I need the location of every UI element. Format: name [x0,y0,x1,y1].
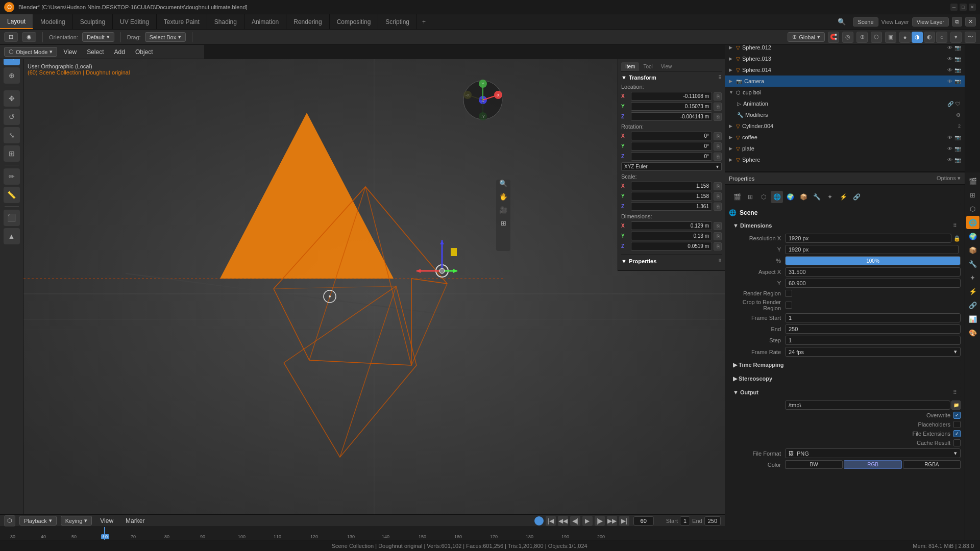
dim-z-input[interactable] [631,242,712,251]
object-mode-btn[interactable]: ⬡ Object Mode ▾ [4,47,57,57]
playback-dropdown[interactable]: Playback ▾ [19,516,57,525]
workspace-tab-texture-paint[interactable]: Texture Paint [157,14,207,29]
rotation-x-copy[interactable]: ⎘ [714,132,722,140]
view-layer-props-tab[interactable]: ⬡ [966,202,979,215]
scene-label-btn[interactable]: Scene [853,17,878,27]
outliner-item-camera[interactable]: ▶ 📷 Camera 👁 📷 [725,76,965,87]
rotate-tool-btn[interactable]: ↺ [4,109,20,125]
proportional-edit-btn[interactable]: ◎ [842,32,853,43]
scene-tab-icon[interactable]: 🌐 [771,191,783,203]
workspace-tab-uv-editing[interactable]: UV Editing [113,14,157,29]
jump-start-btn[interactable]: |◀ [546,516,556,526]
world-tab-icon[interactable]: 🌍 [784,191,796,203]
physics-props-tab[interactable]: ⚡ [966,285,979,298]
annotate-tool-btn[interactable]: ✏ [4,168,20,185]
output-tab-icon[interactable]: ⊞ [744,191,756,203]
dim-x-copy[interactable]: ⎘ [714,222,722,230]
output-props-tab[interactable]: ⊞ [966,188,979,202]
render-region-checkbox[interactable] [785,290,792,297]
constraint-props-tab[interactable]: 🔗 [966,298,979,312]
output-section-header[interactable]: ▼ Output ⠿ [729,387,961,397]
scale-x-input[interactable] [631,182,712,190]
output-folder-btn[interactable]: 📁 [951,400,961,410]
workspace-tab-layout[interactable]: Layout [0,14,33,29]
percent-bar[interactable]: 100% [785,256,961,265]
scale-z-copy[interactable]: ⎘ [714,203,722,211]
crop-render-region-checkbox[interactable] [785,302,792,309]
color-rgb-btn[interactable]: RGB [844,460,901,469]
frame-step-input[interactable] [785,336,961,345]
new-window-btn[interactable]: ⧉ [952,17,962,27]
rotation-z-input[interactable] [631,152,712,161]
resolution-y-input[interactable] [785,245,959,254]
sphere012-render[interactable]: 📷 [954,45,961,51]
workspace-tab-animation[interactable]: Animation [244,14,286,29]
outliner-item-plate[interactable]: ▶ ▽ plate 👁 📷 [725,143,965,154]
play-btn[interactable]: ▶ [582,516,593,526]
transform-tool-btn[interactable]: ⊞ [4,145,20,162]
cache-result-checkbox[interactable] [953,439,961,446]
rotation-z-copy[interactable]: ⎘ [714,153,722,161]
jump-end-btn[interactable]: ▶| [619,516,629,526]
outliner-item-modifiers[interactable]: 🔧 Modifiers ⚙ [725,109,965,120]
dim-y-input[interactable] [631,232,712,240]
solid-shading-btn[interactable]: ● [899,32,911,43]
drag-dropdown[interactable]: Select Box ▾ [145,32,186,42]
timeline-marker-menu[interactable]: Marker [121,516,149,525]
camera-vis[interactable]: 👁 [947,79,952,84]
move-tool-btn[interactable]: ✥ [4,90,20,107]
constraint-tab-icon[interactable]: 🔗 [850,191,863,203]
workspace-tab-shading[interactable]: Shading [207,14,244,29]
particle-tab-icon[interactable]: ✦ [824,191,836,203]
outliner-item-cylinder004[interactable]: ▶ ▽ Cylinder.004 2 [725,120,965,132]
workspace-tab-modeling[interactable]: Modeling [33,14,73,29]
rotation-y-copy[interactable]: ⎘ [714,142,722,151]
object-tab-icon[interactable]: 📦 [797,191,810,203]
editor-type-btn[interactable]: ⊞ [4,32,18,42]
workspace-tab-scripting[interactable]: Scripting [378,14,417,29]
material-props-tab[interactable]: 🎨 [966,326,979,339]
extra-shading-btn[interactable]: 〜 [965,32,976,43]
timeline-ruler[interactable]: 30 40 50 60 70 80 90 100 110 120 130 140… [0,527,725,540]
view-tab[interactable]: View [657,62,676,71]
stereoscopy-header[interactable]: ▶ Stereoscopy [729,373,961,384]
snap-btn[interactable]: 🧲 [828,32,839,43]
rendered-shading-btn[interactable]: ○ [936,32,947,43]
location-y-copy[interactable]: ⎘ [714,103,722,111]
view-btn[interactable]: ◉ [22,32,36,42]
workspace-tab-rendering[interactable]: Rendering [286,14,329,29]
add-shading-btn[interactable]: ▾ [950,32,962,43]
particles-props-tab[interactable]: ✦ [966,271,979,284]
data-props-tab[interactable]: 📊 [966,312,979,325]
timeline-view-menu[interactable]: View [96,516,117,525]
scale-tool-btn[interactable]: ⤡ [4,127,20,143]
time-remapping-header[interactable]: ▶ Time Remapping [729,360,961,370]
workspace-tab-sculpting[interactable]: Sculpting [73,14,113,29]
scene-icon-btn[interactable]: 🔍 [834,17,850,27]
add-cone-btn[interactable]: ▲ [4,228,20,244]
rotation-y-input[interactable] [631,142,712,151]
add-menu[interactable]: Add [110,47,129,57]
frame-start-input[interactable] [785,313,961,322]
sphere014-vis[interactable]: 👁 [947,67,952,73]
object-props-tab[interactable]: 📦 [966,243,979,257]
rotation-x-input[interactable] [631,132,712,140]
transform-title[interactable]: ▼ Transform ⠿ [621,74,722,81]
overwrite-checkbox[interactable]: ✓ [953,412,961,419]
scale-y-copy[interactable]: ⎘ [714,192,722,201]
keying-dropdown[interactable]: Keying ▾ [61,516,92,525]
sphere014-render[interactable]: 📷 [954,67,961,73]
cursor-tool-btn[interactable]: ⊕ [4,67,20,84]
close-button[interactable]: ✕ [969,4,976,11]
rotation-mode-dropdown[interactable]: XYZ Euler ▾ [621,162,722,171]
dim-y-copy[interactable]: ⎘ [714,232,722,240]
outliner-item-coffee[interactable]: ▶ ▽ coffee 👁 📷 [725,132,965,143]
properties-subtitle[interactable]: ▼ Properties ⠿ [621,258,722,264]
frame-back-btn[interactable]: ◀◀ [558,516,568,526]
current-frame-indicator[interactable] [534,516,544,525]
sphere013-vis[interactable]: 👁 [947,56,952,62]
outliner-item-sphere014[interactable]: ▶ ▽ Sphere.014 👁 📷 [725,64,965,76]
add-workspace-button[interactable]: + [417,14,431,29]
scale-z-input[interactable] [631,202,712,211]
coffee-vis[interactable]: 👁 [947,135,952,140]
